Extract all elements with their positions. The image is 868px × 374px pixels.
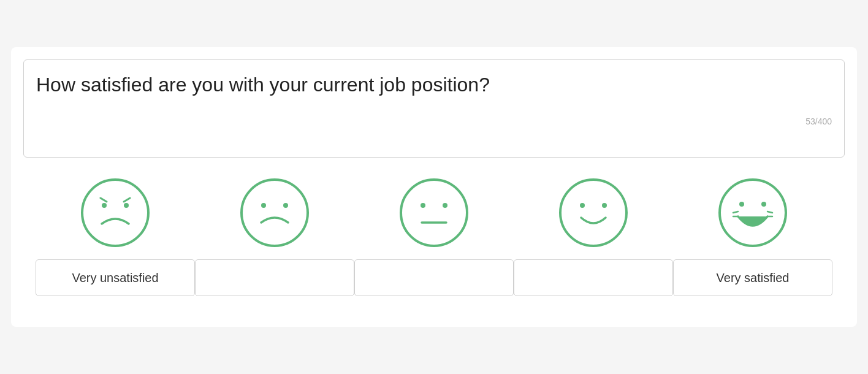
svg-point-12 <box>560 180 626 246</box>
svg-point-16 <box>739 202 744 207</box>
sad-icon[interactable] <box>238 176 311 250</box>
very-happy-icon[interactable] <box>716 176 790 250</box>
svg-point-13 <box>580 203 585 208</box>
svg-point-8 <box>401 180 467 246</box>
face-item-neutral[interactable] <box>354 176 514 296</box>
label-unsatisfied[interactable] <box>195 259 354 296</box>
svg-point-2 <box>124 203 129 208</box>
char-count: 53/400 <box>36 116 832 126</box>
face-item-unsatisfied[interactable] <box>195 176 354 296</box>
svg-point-0 <box>82 180 148 246</box>
label-very-unsatisfied[interactable]: Very unsatisfied <box>36 259 195 296</box>
face-item-satisfied[interactable] <box>514 176 673 296</box>
very-sad-icon[interactable] <box>78 176 152 250</box>
svg-point-10 <box>443 203 447 208</box>
label-satisfied[interactable] <box>514 259 673 296</box>
svg-point-9 <box>421 203 425 208</box>
neutral-icon[interactable] <box>397 176 471 250</box>
svg-point-1 <box>102 203 107 208</box>
label-very-satisfied[interactable]: Very satisfied <box>673 259 832 296</box>
face-item-very-unsatisfied[interactable]: Very unsatisfied <box>36 176 195 296</box>
svg-point-5 <box>242 180 308 246</box>
svg-point-14 <box>602 203 607 208</box>
label-neutral[interactable] <box>354 259 514 296</box>
svg-point-6 <box>261 203 266 208</box>
question-text: How satisfied are you with your current … <box>36 72 832 98</box>
svg-point-7 <box>283 203 288 208</box>
faces-row: Very unsatisfied <box>23 176 845 296</box>
question-box: How satisfied are you with your current … <box>23 59 845 158</box>
happy-icon[interactable] <box>557 176 630 250</box>
survey-container: How satisfied are you with your current … <box>11 47 857 327</box>
svg-point-17 <box>761 202 766 207</box>
svg-point-15 <box>720 180 786 246</box>
face-item-very-satisfied[interactable]: Very satisfied <box>673 176 832 296</box>
